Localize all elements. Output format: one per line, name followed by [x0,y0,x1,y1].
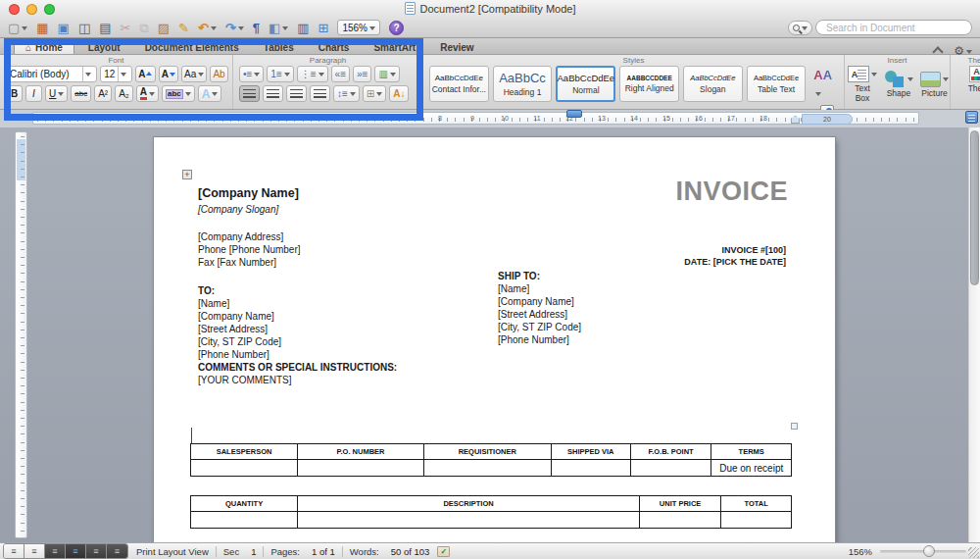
table-move-handle[interactable]: + [182,170,192,179]
style-right-aligned[interactable]: AABBCCDDEERight Aligned [619,66,679,102]
tab-layout[interactable]: Layout [77,40,131,54]
sidebar-toggle-button[interactable]: ◧ [269,22,288,34]
subscript-button[interactable]: A₂ [115,85,133,102]
comments-value[interactable]: [YOUR COMMENTS] [198,374,397,386]
grow-font-button[interactable]: A [135,66,156,82]
zoom-control[interactable]: 156% [337,20,380,35]
draft-view-button[interactable]: ≡ [4,544,24,558]
increase-indent-button[interactable]: »≡ [353,66,371,82]
styles-pane-button[interactable]: AA [813,66,840,101]
cell-salesperson[interactable] [191,460,298,477]
text-effects-caret-icon[interactable] [212,92,218,99]
col-fob-point[interactable]: F.O.B. POINT [630,444,711,460]
company-fax[interactable]: Fax [Fax Number] [198,256,301,269]
to-line[interactable]: [City, ST ZIP Code] [198,335,397,348]
elements-gallery-button[interactable]: ▦ [36,22,48,34]
columns-caret-icon[interactable] [390,73,396,79]
cell-description[interactable] [298,512,640,529]
collapse-ribbon-button[interactable] [933,46,944,57]
print-button[interactable]: ▤ [99,22,111,34]
tab-home[interactable]: ⌂Home [14,39,74,54]
cell-quantity[interactable] [191,512,298,529]
zoom-slider-thumb[interactable] [923,545,935,557]
align-right-button[interactable] [286,85,307,102]
multilevel-caret-icon[interactable] [318,73,324,79]
ship-to-line[interactable]: [Street Address] [498,308,581,321]
document-map-button[interactable]: ▥ [297,22,309,34]
bill-to-block[interactable]: TO: [Name] [Company Name] [Street Addres… [198,284,397,386]
to-line[interactable]: [Company Name] [198,310,397,323]
style-slogan[interactable]: AaBbCcDdEeSlogan [683,66,743,102]
ship-to-line[interactable]: [Phone Number] [498,333,581,346]
document-page[interactable]: + [Company Name] [Company Slogan] [Compa… [154,137,835,542]
text-box-button[interactable]: A Text Box [848,66,877,103]
tab-tables[interactable]: Tables [253,40,305,54]
highlight-button[interactable]: abc [162,85,195,102]
paste-button[interactable]: ▨ [158,22,170,34]
cell-requisitioner[interactable] [423,460,551,477]
font-name-combo[interactable]: Calibri (Body) [6,66,97,82]
format-painter-button[interactable]: ✎ [178,22,189,34]
help-button[interactable]: ? [389,21,404,35]
font-color-button[interactable]: A [136,85,159,102]
zoom-slider[interactable] [880,550,966,553]
sidebar-caret-icon[interactable] [282,26,288,33]
numbering-caret-icon[interactable] [284,73,290,79]
col-total[interactable]: TOTAL [721,496,792,512]
justify-button[interactable] [310,85,330,102]
text-effects-button[interactable]: A [198,85,222,102]
titlebar[interactable]: Document2 [Compatibility Mode] [0,0,980,17]
strikethrough-button[interactable]: abc [71,85,91,102]
publishing-layout-button[interactable]: ≡ [45,544,66,558]
minimize-button[interactable] [26,4,37,15]
company-slogan[interactable]: [Company Slogan] [198,204,278,215]
words-value[interactable]: 50 of 103 [391,546,430,557]
cell-unit-price[interactable] [639,512,720,529]
ship-to-block[interactable]: SHIP TO: [Name] [Company Name] [Street A… [498,270,581,346]
line-spacing-caret-icon[interactable] [350,92,356,99]
font-size-combo[interactable]: 12 [100,66,132,82]
ship-to-line[interactable]: [Company Name] [498,295,581,308]
underline-button[interactable]: U [45,85,68,102]
company-name[interactable]: [Company Name] [198,186,299,200]
change-case-caret-icon[interactable] [198,73,204,79]
bullets-button[interactable]: •≡ [239,66,264,82]
to-line[interactable]: [Phone Number] [198,348,397,361]
clear-formatting-button[interactable]: Ab [210,66,228,82]
company-phone[interactable]: Phone [Phone Number] [198,243,301,256]
cell-shipped-via[interactable] [551,460,630,477]
company-address[interactable]: [Company Address] [198,230,301,243]
copy-button[interactable]: ⧉ [139,22,148,34]
picture-button[interactable]: Picture [920,72,949,98]
col-quantity[interactable]: QUANTITY [191,496,298,512]
tab-charts[interactable]: Charts [308,40,361,54]
redo-button[interactable]: ↷ [225,22,244,34]
ribbon-settings-button[interactable]: ⚙ [954,41,972,59]
tab-review[interactable]: Review [429,40,484,54]
open-button[interactable]: ▣ [58,22,70,34]
style-heading-1[interactable]: AaBbCcHeading 1 [493,66,553,102]
borders-caret-icon[interactable] [376,92,382,99]
search-caret-icon[interactable] [802,26,808,33]
undo-button[interactable]: ↶ [198,22,217,34]
close-button[interactable] [9,4,20,15]
to-line[interactable]: [Street Address] [198,323,397,335]
multilevel-list-button[interactable]: ⋮≡ [297,66,328,82]
outline-view-button[interactable]: ≡ [24,544,45,558]
to-line[interactable]: [Name] [198,297,397,310]
gear-caret-icon[interactable] [966,50,972,57]
words-label[interactable]: Words: [350,546,379,557]
save-button[interactable]: ◫ [78,22,90,34]
styles-pane-caret-icon[interactable] [815,92,821,99]
invoice-title[interactable]: INVOICE [675,177,788,207]
col-terms[interactable]: TERMS [711,444,792,460]
shrink-font-button[interactable]: A [159,66,179,82]
scrollbar-thumb[interactable] [970,130,979,285]
col-po-number[interactable]: P.O. NUMBER [298,444,424,460]
resize-grip[interactable] [968,547,979,558]
new-document-button[interactable]: ▢ [8,22,27,34]
font-size-caret-icon[interactable] [118,67,128,81]
ship-to-line[interactable]: [Name] [498,282,581,295]
invoice-number[interactable]: INVOICE #[100] [721,245,786,255]
numbering-button[interactable]: 1≡ [267,66,293,82]
